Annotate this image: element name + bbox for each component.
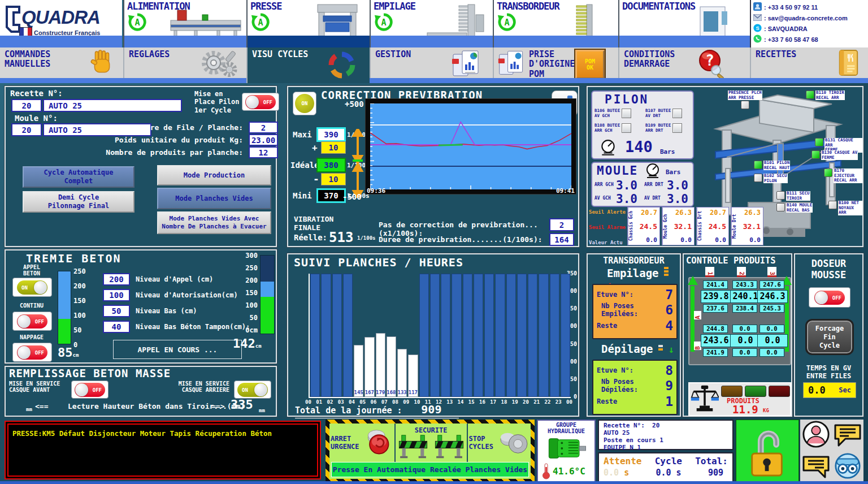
recette-name-field[interactable]: AUTO 25 <box>43 99 182 112</box>
recette-number-field[interactable]: 20 <box>11 99 42 112</box>
temps-gv-field[interactable]: 0.0 Sec <box>803 382 856 398</box>
mode-planches-vides-button[interactable]: Mode Planches Vides <box>157 188 271 209</box>
tab-empilage[interactable]: EMPILAGE A <box>370 0 493 47</box>
sensor-indicator-on <box>824 168 832 177</box>
pilon-sensor: B108 BUTEE ARR GCH <box>594 123 631 133</box>
pilon-box: PILON B106 BUTEE AV GCHB107 BUTEE AV DRT… <box>591 90 694 159</box>
pilon-sensor-checkbox[interactable] <box>622 123 631 133</box>
sensor-label: B100 NET NOYAUX ARR <box>838 201 862 215</box>
moule-number-field[interactable]: 20 <box>11 123 42 136</box>
nav-visu-cycles[interactable]: VISU CYCLES <box>246 47 370 83</box>
forcage-fin-cycle-button[interactable]: Forcage Fin Cycle <box>805 319 854 355</box>
casque-arriere-label: MISE EN SERVICE CASQUE ARRIERE <box>173 381 229 393</box>
message-bubble-button[interactable] <box>833 422 862 449</box>
files-field[interactable]: 2 <box>249 122 278 133</box>
mode-planches-vides-nb-button[interactable]: Mode Planches Vides Avec Nombre De Planc… <box>157 211 271 234</box>
nav-conditions-demarrage[interactable]: CONDITIONS DEMARRAGE ? <box>618 47 750 78</box>
right-gauge-tick: 200 <box>235 276 258 284</box>
doseur-mousse-toggle[interactable]: OFF <box>809 287 850 308</box>
quadra-logo: QUADRA Constructeur Français <box>0 0 122 47</box>
continu-toggle[interactable]: OFF <box>12 312 52 331</box>
moule-av-gch-value: 3.0 <box>616 192 637 206</box>
product-height-big: 243.6 <box>701 334 731 347</box>
tab-strip <box>494 36 618 47</box>
seuil-alarme-value: 24.5 <box>705 222 726 231</box>
casque-arriere-toggle[interactable]: ON <box>234 381 271 399</box>
alarm-banner[interactable]: PRESSE:KM5 Défaut Disjoncteur Moteur Tap… <box>5 421 321 479</box>
hour-bar-empty <box>321 274 331 397</box>
depilage-etuve-value: 8 <box>665 363 673 378</box>
operator-avatar-button[interactable] <box>802 420 830 451</box>
tab-transbordeur[interactable]: TRANSBORDEUR A <box>493 0 618 47</box>
casque-avant-toggle[interactable]: OFF <box>71 381 108 399</box>
niveau-bas-field[interactable]: 50 <box>103 305 130 317</box>
right-gauge-tick: 250 <box>235 264 258 272</box>
pas-correction-field[interactable]: 2 <box>549 218 574 231</box>
duree-previbration-field[interactable]: 164 <box>549 233 574 246</box>
ideale-field[interactable]: 380 <box>316 158 346 172</box>
nav-recettes[interactable]: RECETTES <box>750 47 868 78</box>
barrier-icon <box>433 434 466 459</box>
plus-sign: + <box>312 142 318 153</box>
question-magnifier-icon: ? <box>697 49 725 80</box>
tremie-level-gauge-left <box>58 271 71 344</box>
left-gauge-tick: 50 <box>73 326 81 334</box>
nav-reglages[interactable]: REGLAGES <box>123 47 246 78</box>
nav-label: PRISE D'ORIGINE POM <box>529 50 575 79</box>
produits-weight-unit: KG <box>763 408 769 413</box>
robot-assistant-button[interactable] <box>834 452 862 482</box>
niveau-appel-field[interactable]: 200 <box>103 273 130 286</box>
tab-presse[interactable]: PRESSE A <box>246 0 370 47</box>
hour-slot <box>310 274 320 397</box>
nappage-toggle[interactable]: OFF <box>12 343 52 362</box>
maxi-field[interactable]: 390 <box>316 127 346 142</box>
hour-bar-label: 179 <box>376 390 385 395</box>
tab-documentations[interactable]: DOCUMENTATIONS <box>618 0 750 47</box>
nav-gestion[interactable]: GESTION <box>370 47 493 78</box>
sensor-indicator-off <box>776 203 785 211</box>
securite-label: SECURITE <box>415 426 448 434</box>
hydraulic-motor-icon <box>542 435 590 461</box>
pom-ok-button[interactable]: POM OK <box>575 50 605 79</box>
pilon-sensor: B106 BUTEE AV GCH <box>594 109 631 118</box>
nb-produits-field[interactable]: 12 <box>249 146 278 158</box>
gestion-docs-icon <box>451 49 483 80</box>
nav-prise-origine-pom[interactable]: PRISE D'ORIGINE POM POM OK <box>493 47 618 78</box>
product-height-small: 0.0 <box>760 348 784 357</box>
hour-slot <box>343 274 353 397</box>
tab-alimentation[interactable]: ALIMENTATION A <box>123 0 246 47</box>
seuil-column: Chassis Gch20.724.50.0 <box>627 207 660 245</box>
pilon-sensor-checkbox[interactable] <box>672 109 682 118</box>
hour-slot <box>517 274 527 397</box>
pallet-diagram: A B 241.4243.3247.6239.8240.1246.3237.62… <box>688 277 791 365</box>
mini-field[interactable]: 370 <box>316 188 346 203</box>
minus-step-field[interactable]: 10 <box>321 173 346 185</box>
appel-beton-toggle[interactable]: ON <box>12 278 52 297</box>
poids-field[interactable]: 23.00 <box>249 134 278 146</box>
plus-step-field[interactable]: 10 <box>321 141 346 154</box>
hmi-screen: QUADRA Constructeur Français ALIMENTATIO… <box>0 0 868 484</box>
svg-text:A: A <box>504 18 509 28</box>
sensor-label: B130 CASQUE AV FERME <box>821 150 858 160</box>
pilon-sensor-checkbox[interactable] <box>622 109 631 118</box>
niveau-autorisation-field[interactable]: 100 <box>103 289 130 301</box>
suivi-bar-chart: 145167179168133117 <box>309 274 571 398</box>
sensor-label: B140 MOULE RECAL BAS <box>786 203 813 213</box>
moule-unit: Bars <box>666 168 681 176</box>
mode-production-button[interactable]: Mode Production <box>157 165 271 185</box>
pilon-sensor-checkbox[interactable] <box>672 123 682 133</box>
niveau-bas-tampon-field[interactable]: 40 <box>103 321 130 333</box>
correction-previbration-panel: ON CORRECTION PREVIBRATION +500 Maxi 390… <box>287 86 579 247</box>
info-equipe: EQUIPE N 1 <box>604 444 728 451</box>
auto-mode-icon: A <box>251 12 270 34</box>
demi-cycle-pilonnage-button[interactable]: Demi Cycle Pilonnage Final <box>23 191 134 213</box>
cycle-automatique-complet-button[interactable]: Cycle Automatique Complet <box>23 166 134 188</box>
product-height-small: 241.9 <box>703 348 728 357</box>
status-lights <box>721 386 790 397</box>
mise-en-place-pilon-toggle[interactable]: OFF <box>242 93 279 111</box>
previbration-on-button[interactable]: ON <box>293 92 316 115</box>
chat-log-button[interactable] <box>801 453 831 481</box>
groupe-hydraulique-box: GROUPE HYDRAULIQUE 41.6°C <box>537 420 596 483</box>
nav-commandes-manuelles[interactable]: COMMANDES MANUELLES <box>0 47 123 78</box>
unlock-button[interactable] <box>736 420 799 484</box>
